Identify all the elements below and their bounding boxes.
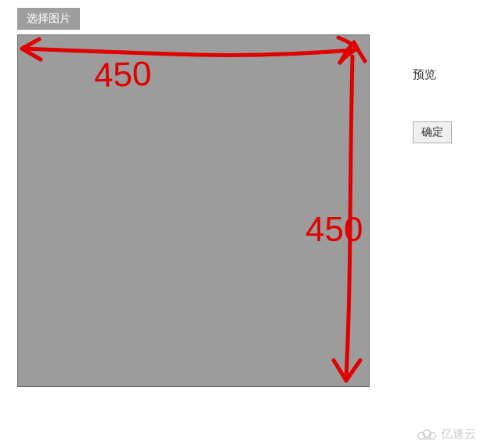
- watermark: 亿速云: [416, 427, 476, 442]
- cloud-icon: [416, 428, 438, 442]
- confirm-button[interactable]: 确定: [413, 121, 452, 143]
- select-image-button[interactable]: 选择图片: [17, 8, 80, 30]
- preview-label: 预览: [413, 67, 436, 82]
- image-drop-area[interactable]: [17, 34, 370, 387]
- watermark-text: 亿速云: [441, 427, 476, 442]
